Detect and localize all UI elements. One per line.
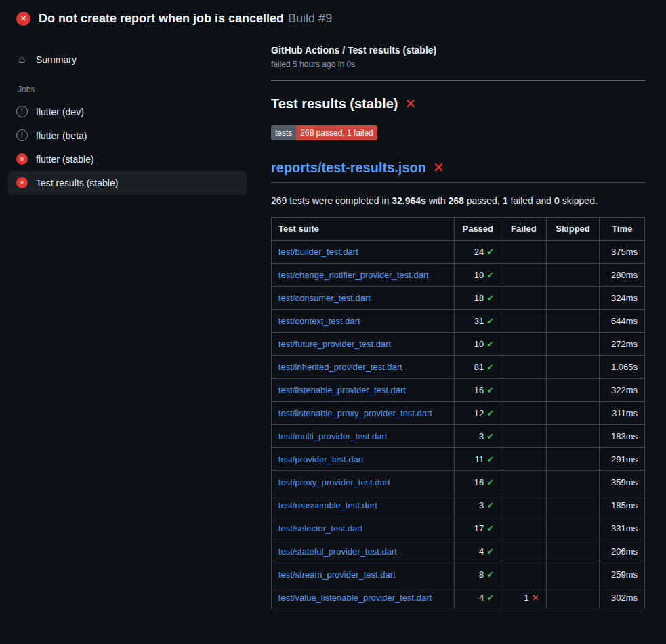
passed-cell: 3✔ — [455, 494, 501, 517]
check-icon: ✔ — [486, 339, 494, 349]
sidebar-item-test-results-stable[interactable]: ✕ Test results (stable) — [8, 171, 247, 195]
test-suite-link[interactable]: test/stream_provider_test.dart — [278, 569, 396, 580]
skipped-cell — [546, 333, 600, 356]
test-suite-link[interactable]: test/reassemble_test.dart — [278, 500, 377, 510]
check-icon: ✔ — [486, 454, 494, 464]
failed-circle-icon: ✕ — [16, 177, 28, 188]
test-suite-cell: test/proxy_provider_test.dart — [272, 471, 455, 494]
test-suite-link[interactable]: test/multi_provider_test.dart — [278, 431, 387, 441]
skipped-cell — [546, 494, 600, 517]
column-header-failed: Failed — [501, 218, 547, 241]
check-icon: ✔ — [486, 546, 494, 557]
passed-cell: 12✔ — [455, 402, 501, 425]
test-suite-link[interactable]: test/listenable_proxy_provider_test.dart — [278, 408, 432, 418]
time-cell: 206ms — [600, 540, 645, 563]
summary-text: passed, — [464, 195, 503, 206]
report-link[interactable]: reports/test-results.json — [271, 160, 426, 176]
skipped-cell — [546, 287, 600, 310]
failed-cell — [501, 517, 547, 540]
run-failed-icon: ✕ — [16, 12, 30, 26]
sidebar-item-flutter-stable[interactable]: ✕ flutter (stable) — [8, 147, 247, 171]
table-row: test/provider_test.dart 11✔ 291ms — [272, 448, 645, 471]
run-title-wrap: Do not create report when job is cancell… — [39, 12, 332, 26]
badge-value: 268 passed, 1 failed — [296, 125, 377, 140]
test-suite-link[interactable]: test/selector_test.dart — [278, 523, 362, 534]
check-icon: ✔ — [486, 316, 494, 326]
test-suite-link[interactable]: test/context_test.dart — [278, 316, 360, 326]
failed-cell — [501, 310, 547, 333]
failed-cell — [501, 425, 547, 448]
passed-cell: 3✔ — [455, 425, 501, 448]
failed-x-icon: ✕ — [433, 159, 444, 176]
time-cell: 272ms — [600, 333, 645, 356]
test-suite-cell: test/future_provider_test.dart — [272, 333, 455, 356]
check-icon: ✔ — [486, 247, 494, 257]
test-suite-link[interactable]: test/change_notifier_provider_test.dart — [278, 270, 429, 280]
skipped-cell — [546, 425, 600, 448]
table-row: test/context_test.dart 31✔ 644ms — [272, 310, 645, 333]
table-row: test/reassemble_test.dart 3✔ 185ms — [272, 494, 645, 517]
run-status-line: failed 5 hours ago in 0s — [271, 60, 646, 69]
test-suite-link[interactable]: test/stateful_provider_test.dart — [278, 546, 397, 557]
test-suite-link[interactable]: test/listenable_provider_test.dart — [278, 385, 406, 395]
time-cell: 324ms — [600, 287, 645, 310]
passed-cell: 18✔ — [455, 287, 501, 310]
passed-cell: 11✔ — [455, 448, 501, 471]
test-results-table: Test suite Passed Failed Skipped Time te… — [271, 217, 645, 609]
check-icon: ✔ — [486, 592, 494, 603]
passed-cell: 4✔ — [455, 540, 501, 563]
test-suite-cell: test/provider_test.dart — [272, 448, 455, 471]
passed-cell: 17✔ — [455, 517, 501, 540]
failed-x-icon: ✕ — [404, 96, 416, 112]
passed-cell: 24✔ — [455, 241, 501, 264]
time-cell: 280ms — [600, 264, 645, 287]
check-icon: ✔ — [486, 431, 494, 441]
check-icon: ✔ — [486, 500, 494, 510]
test-suite-link[interactable]: test/builder_test.dart — [278, 247, 358, 257]
failed-circle-icon: ✕ — [16, 153, 28, 165]
passed-cell: 81✔ — [455, 356, 501, 379]
skipped-cell — [546, 264, 600, 287]
test-suite-cell: test/reassemble_test.dart — [272, 494, 455, 517]
test-suite-cell: test/change_notifier_provider_test.dart — [272, 264, 455, 287]
breadcrumb: GitHub Actions / Test results (stable) — [271, 45, 646, 56]
test-suite-cell: test/inherited_provider_test.dart — [272, 356, 455, 379]
test-suite-cell: test/multi_provider_test.dart — [272, 425, 455, 448]
table-row: test/stateful_provider_test.dart 4✔ 206m… — [272, 540, 645, 563]
test-suite-cell: test/selector_test.dart — [272, 517, 455, 540]
test-suite-cell: test/listenable_proxy_provider_test.dart — [272, 402, 455, 425]
header-divider — [271, 80, 646, 81]
sidebar: ⌂ Summary Jobs ! flutter (dev) ! flutter… — [0, 35, 255, 195]
failed-cell — [501, 356, 547, 379]
summary-text: skipped. — [560, 195, 598, 206]
skipped-cell — [546, 448, 600, 471]
passed-cell: 4✔ — [455, 586, 501, 609]
skipped-cell — [546, 310, 600, 333]
run-build-number: Build #9 — [288, 12, 332, 25]
run-title: Do not create report when job is cancell… — [39, 12, 284, 25]
test-suite-link[interactable]: test/provider_test.dart — [278, 454, 364, 464]
test-suite-cell: test/listenable_provider_test.dart — [272, 379, 455, 402]
sidebar-item-flutter-beta[interactable]: ! flutter (beta) — [8, 123, 247, 147]
test-suite-link[interactable]: test/inherited_provider_test.dart — [278, 362, 402, 372]
test-suite-link[interactable]: test/proxy_provider_test.dart — [278, 477, 390, 487]
skipped-cell — [546, 241, 600, 264]
summary-text: 269 tests were completed in — [271, 195, 392, 206]
passed-cell: 31✔ — [455, 310, 501, 333]
sidebar-item-flutter-dev[interactable]: ! flutter (dev) — [8, 100, 247, 123]
summary-passed-count: 268 — [449, 195, 464, 206]
sidebar-item-summary[interactable]: ⌂ Summary — [8, 47, 247, 71]
test-suite-link[interactable]: test/consumer_test.dart — [278, 293, 371, 303]
test-suite-cell: test/stateful_provider_test.dart — [272, 540, 455, 563]
failed-cell — [501, 379, 547, 402]
test-suite-link[interactable]: test/value_listenable_provider_test.dart — [278, 592, 432, 603]
passed-cell: 10✔ — [455, 333, 501, 356]
failed-cell — [501, 241, 547, 264]
table-header-row: Test suite Passed Failed Skipped Time — [272, 218, 645, 241]
time-cell: 1.065s — [600, 356, 645, 379]
x-icon: ✕ — [532, 592, 539, 603]
test-suite-link[interactable]: test/future_provider_test.dart — [278, 339, 391, 349]
skipped-cell — [546, 517, 600, 540]
failed-cell — [501, 333, 547, 356]
table-row: test/consumer_test.dart 18✔ 324ms — [272, 287, 645, 310]
